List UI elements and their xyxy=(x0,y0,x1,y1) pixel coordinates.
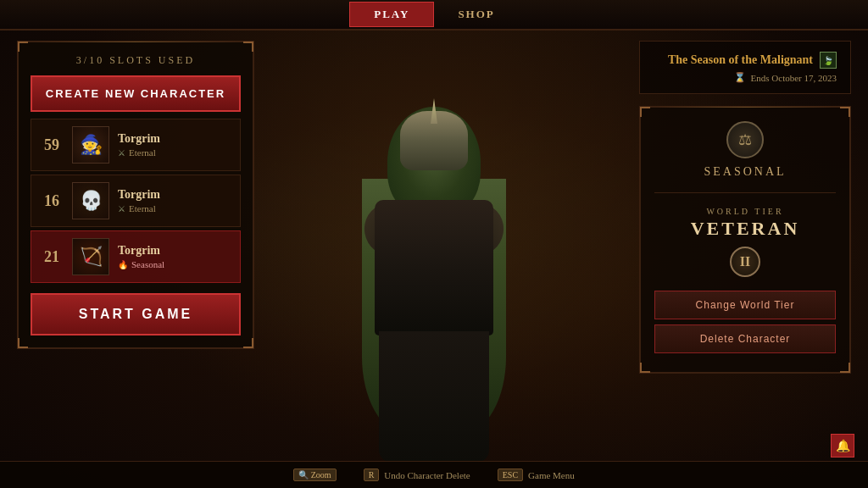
char-figure xyxy=(298,56,570,463)
hint-undo: R Undo Character Delete xyxy=(364,469,470,481)
seasonal-emblem-container: ⚖ xyxy=(654,121,836,158)
char-name: Torgrim xyxy=(118,244,231,258)
character-item[interactable]: 16 💀 Torgrim ⚔ Eternal xyxy=(31,175,241,227)
slots-used-label: 3/10 SLOTS USED xyxy=(31,54,241,67)
char-info: Torgrim ⚔ Eternal xyxy=(118,188,231,214)
char-portrait: 💀 xyxy=(72,182,109,219)
char-type: ⚔ Eternal xyxy=(118,203,231,214)
char-level: 59 xyxy=(40,136,64,154)
hint-zoom: 🔍 Zoom xyxy=(293,469,336,481)
hourglass-icon: ⌛ xyxy=(734,72,746,83)
season-title: The Season of the Malignant xyxy=(668,53,813,67)
character-item-selected[interactable]: 21 🏹 Torgrim 🔥 Seasonal xyxy=(31,230,241,283)
tier-badge: II xyxy=(730,247,760,277)
character-stats-card: ⚖ SEASONAL WORLD TIER VETERAN II Change … xyxy=(639,106,851,374)
eternal-icon: ⚔ xyxy=(118,204,125,214)
esc-label: Game Menu xyxy=(528,470,575,480)
start-game-button[interactable]: START GAME xyxy=(31,293,241,336)
change-world-tier-button[interactable]: Change World Tier xyxy=(654,291,836,319)
undo-label: Undo Character Delete xyxy=(384,470,470,480)
bell-icon: 🔔 xyxy=(836,439,850,453)
world-tier-label: WORLD TIER xyxy=(654,207,836,216)
eternal-icon: ⚔ xyxy=(118,148,125,158)
char-info: Torgrim ⚔ Eternal xyxy=(118,132,231,158)
delete-character-button[interactable]: Delete Character xyxy=(654,324,836,353)
bottom-hint-bar: 🔍 Zoom R Undo Character Delete ESC Game … xyxy=(0,461,868,488)
char-body xyxy=(358,107,510,463)
character-list: 59 🧙 Torgrim ⚔ Eternal 16 💀 xyxy=(31,119,241,283)
char-level: 21 xyxy=(40,248,64,266)
char-name: Torgrim xyxy=(118,188,231,202)
notification-bell[interactable]: 🔔 xyxy=(831,434,854,458)
zoom-key: 🔍 Zoom xyxy=(293,469,336,481)
undo-key: R xyxy=(364,469,380,481)
char-lower xyxy=(379,331,489,463)
create-character-button[interactable]: CREATE NEW CHARACTER xyxy=(31,75,241,112)
season-ends: ⌛ Ends October 17, 2023 xyxy=(734,72,837,83)
char-portrait: 🏹 xyxy=(72,238,109,275)
season-leaf-icon: 🍃 xyxy=(820,52,837,69)
char-type: ⚔ Eternal xyxy=(118,147,231,158)
world-tier-name: VETERAN xyxy=(654,218,836,240)
char-type-seasonal: 🔥 Seasonal xyxy=(118,259,231,269)
char-portrait: 🧙 xyxy=(72,126,109,164)
season-info: The Season of the Malignant 🍃 ⌛ Ends Oct… xyxy=(639,41,851,94)
nav-shop[interactable]: SHOP xyxy=(434,3,518,26)
esc-key: ESC xyxy=(498,469,523,481)
character-select-panel: 3/10 SLOTS USED CREATE NEW CHARACTER 59 … xyxy=(17,41,254,349)
char-helmet xyxy=(400,111,468,170)
char-torso xyxy=(375,200,493,336)
char-name: Torgrim xyxy=(118,132,231,146)
top-navigation: PLAY SHOP xyxy=(0,0,868,30)
character-info-panel: The Season of the Malignant 🍃 ⌛ Ends Oct… xyxy=(639,41,851,374)
seasonal-label: SEASONAL xyxy=(654,165,836,193)
hint-esc: ESC Game Menu xyxy=(498,469,575,481)
char-info: Torgrim 🔥 Seasonal xyxy=(118,244,231,269)
world-tier-section: WORLD TIER VETERAN II xyxy=(654,207,836,277)
character-display xyxy=(256,30,612,463)
seasonal-emblem: ⚖ xyxy=(726,121,764,158)
character-item[interactable]: 59 🧙 Torgrim ⚔ Eternal xyxy=(31,119,241,171)
nav-play[interactable]: PLAY xyxy=(349,2,434,27)
char-level: 16 xyxy=(40,192,64,210)
seasonal-icon: 🔥 xyxy=(118,260,128,269)
